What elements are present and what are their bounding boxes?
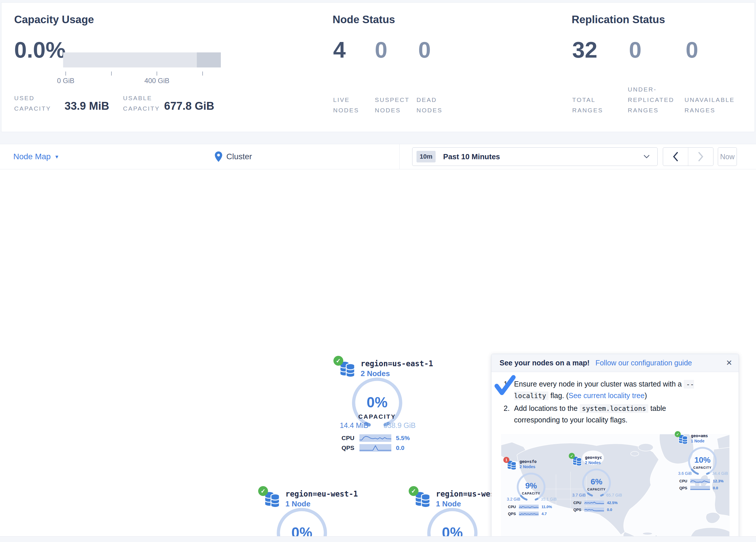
locality-title: region=us-east-1	[361, 359, 433, 368]
usable-capacity-value: 677.8 GiB	[164, 100, 214, 112]
cpu-sparkline	[359, 434, 391, 442]
qps-value: 0.0	[607, 508, 612, 512]
cpu-label: CPU	[679, 479, 690, 483]
under-replicated-label: UNDER- REPLICATED RANGES	[628, 84, 674, 115]
locality-marker-eu-west-1[interactable]: ✓ region=eu-west-1 1 Node 0% CAPACITY 9.…	[260, 487, 344, 542]
capacity-percent: 0%	[335, 394, 419, 411]
locality-marker-us-west-1[interactable]: ✓ region=us-west-1 1 Node 0% CAPACITY 9.…	[410, 487, 494, 542]
locality-title: geo=ams	[691, 433, 708, 438]
cpu-label: CPU	[342, 435, 359, 442]
time-range-value: Past 10 Minutes	[443, 152, 500, 161]
capacity-usage-title: Capacity Usage	[14, 14, 94, 26]
capacity-word: CAPACITY	[676, 466, 729, 469]
qps-label: QPS	[573, 508, 584, 512]
configuration-guide-link[interactable]: Follow our configuration guide	[595, 359, 692, 367]
example-world-map: 1 geo=sfo 2 Nodes 9% CAPACITY 3.2 GiB 35…	[501, 434, 730, 542]
used-capacity: 14.4 MiB	[340, 421, 368, 430]
time-step-buttons	[663, 147, 713, 166]
close-icon[interactable]: ✕	[726, 359, 732, 368]
health-ok-badge: ✓	[569, 453, 575, 459]
qps-label: QPS	[342, 444, 359, 451]
total-capacity: 65.7 GiB	[606, 493, 622, 497]
unavailable-label: UNAVAILABLE RANGES	[685, 95, 735, 115]
node-map-canvas: ✓ region=us-east-1 2 Nodes 0% CAPACITY 1…	[0, 169, 756, 536]
locality-tree-link[interactable]: See current locality tree	[568, 392, 645, 400]
cpu-value: 42.5%	[607, 501, 618, 505]
total-capacity: 338.9 GiB	[383, 421, 416, 430]
locality-marker-geo-sfo[interactable]: 1 geo=sfo 2 Nodes 9% CAPACITY 3.2 GiB 35…	[505, 459, 557, 517]
capacity-percent: 9%	[505, 481, 557, 490]
capacity-axis-tick-400: 400 GiB	[144, 77, 170, 85]
setup-steps: 1. Ensure every node in your cluster was…	[504, 379, 712, 427]
dead-nodes-count: 0	[418, 37, 431, 63]
locality-marker-geo-nyc[interactable]: ✓ geo=nyc 2 Nodes 6% CAPACITY 3.7 GiB 65…	[570, 455, 623, 513]
capacity-percent: 0.0%	[14, 37, 66, 63]
cpu-value: 11.0%	[542, 505, 552, 509]
locality-node-count: 2 Nodes	[585, 460, 602, 465]
replication-status-title: Replication Status	[572, 14, 665, 26]
step-back-button[interactable]	[663, 148, 688, 166]
popup-header: See your nodes on a map! Follow our conf…	[491, 354, 739, 372]
used-capacity: 3.6 GiB	[678, 471, 692, 476]
total-capacity: 35.1 GiB	[541, 497, 557, 501]
view-mode-dropdown[interactable]: Node Map ▾	[13, 144, 58, 169]
locality-title: region=eu-west-1	[285, 490, 358, 498]
cpu-label: CPU	[508, 505, 519, 509]
qps-sparkline	[690, 486, 710, 490]
view-toolbar: Node Map ▾ Cluster 10m Past 10 Minutes N…	[0, 144, 756, 169]
cpu-sparkline	[584, 501, 604, 505]
breadcrumb[interactable]: Cluster	[215, 144, 252, 169]
capacity-percent: 6%	[570, 477, 623, 486]
unavailable-count: 0	[686, 37, 698, 63]
qps-sparkline	[519, 512, 539, 516]
health-ok-badge: ✓	[409, 486, 419, 496]
popup-title: See your nodes on a map!	[500, 359, 590, 367]
qps-value: 0.0	[396, 444, 404, 451]
locality-title: geo=nyc	[585, 455, 602, 460]
under-replicated-count: 0	[629, 37, 641, 63]
cpu-value: 5.5%	[396, 435, 410, 442]
live-nodes-count: 4	[333, 37, 346, 63]
used-capacity: 3.7 GiB	[572, 493, 586, 497]
page-footer-strip	[0, 536, 756, 542]
chevron-down-icon	[643, 155, 650, 159]
capacity-percent: 10%	[676, 455, 729, 465]
cpu-sparkline	[690, 479, 710, 483]
used-capacity-value: 33.9 MiB	[65, 100, 109, 112]
chevron-down-icon: ▾	[55, 153, 58, 160]
setup-step-2: 2. Add locations to the system.locations…	[504, 403, 712, 426]
setup-step-1: 1. Ensure every node in your cluster was…	[504, 379, 712, 402]
now-button[interactable]: Now	[718, 147, 737, 166]
time-range-badge: 10m	[416, 151, 436, 162]
qps-value: 4.7	[542, 512, 547, 516]
dead-nodes-label: DEAD NODES	[416, 95, 443, 115]
location-pin-icon	[215, 151, 222, 162]
suspect-nodes-label: SUSPECT NODES	[375, 95, 410, 115]
big-check-icon	[493, 374, 518, 398]
toolbar-divider	[399, 144, 400, 169]
total-capacity: 34.4 GiB	[712, 471, 728, 476]
used-capacity: 3.2 GiB	[507, 497, 520, 501]
total-ranges-count: 32	[572, 37, 597, 63]
node-status-title: Node Status	[333, 14, 395, 26]
time-range-select[interactable]: 10m Past 10 Minutes	[412, 147, 658, 166]
health-ok-badge: ✓	[258, 486, 268, 496]
step-forward-button[interactable]	[688, 148, 713, 166]
system-locations-code: system.locations	[580, 404, 649, 413]
live-nodes-label: LIVE NODES	[333, 95, 359, 115]
locality-title: geo=sfo	[520, 459, 537, 464]
cluster-summary-panel: Capacity Usage 0.0% 0 GiB 400 GiB USED C…	[1, 2, 755, 132]
capacity-word: CAPACITY	[505, 492, 557, 495]
capacity-bar-used-segment	[197, 52, 221, 67]
breadcrumb-cluster-label: Cluster	[226, 152, 252, 161]
usable-capacity-label: USABLE CAPACITY	[123, 93, 160, 114]
qps-sparkline	[584, 508, 604, 512]
locality-marker-us-east-1[interactable]: ✓ region=us-east-1 2 Nodes 0% CAPACITY 1…	[335, 357, 419, 455]
nodes-on-map-popup: See your nodes on a map! Follow our conf…	[491, 354, 739, 542]
qps-label: QPS	[679, 486, 690, 490]
used-capacity-label: USED CAPACITY	[14, 93, 51, 114]
chevron-right-icon	[698, 152, 704, 161]
suspect-nodes-count: 0	[375, 37, 387, 63]
locality-marker-geo-ams[interactable]: ✓ geo=ams 1 Node 10% CAPACITY 3.6 GiB 34…	[676, 433, 729, 491]
locality-node-count: 2 Nodes	[520, 464, 537, 469]
